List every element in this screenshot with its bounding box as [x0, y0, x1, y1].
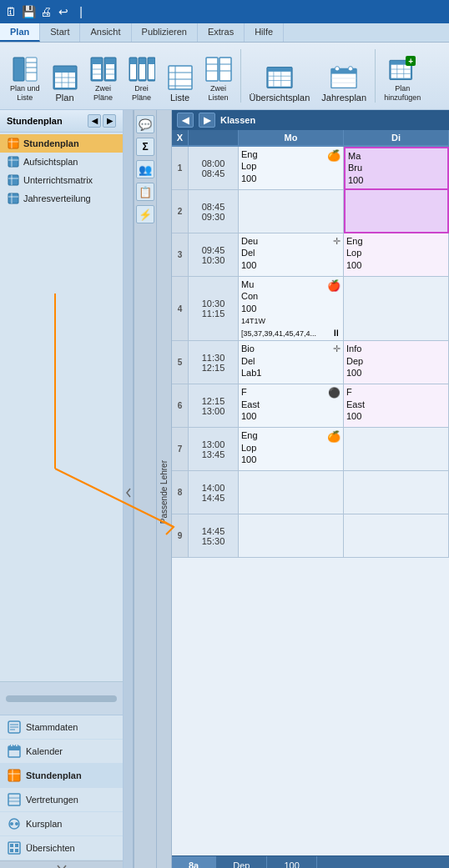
vertical-panel-label: Passende Lehrer [159, 460, 169, 524]
zwei-plaene-icon [90, 56, 117, 83]
kursplan-label: Kursplan [26, 819, 62, 829]
period-cell-1-mo[interactable]: EngLop100 🍊 [239, 147, 344, 190]
col-header-mo: Mo [239, 130, 344, 146]
sidebar-bottom-stammdaten[interactable]: Stammdaten [0, 715, 123, 740]
period-cell-4-di[interactable] [344, 277, 449, 341]
period-cell-3-mo[interactable]: DeuDel100 ✛ [239, 233, 344, 277]
btn-drei-plaene-label: DreiPläne [132, 84, 151, 103]
sidebar-scrollbar[interactable] [0, 681, 123, 715]
ribbon-sep2 [375, 49, 376, 103]
btn-plan-liste[interactable]: Plan undListe [5, 53, 45, 106]
lesson-6-mo-icon: ⚫ [328, 387, 341, 399]
svg-rect-85 [15, 844, 18, 847]
sidebar-bottom-stundenplan[interactable]: Stundenplan [0, 764, 123, 788]
period-cell-1-di[interactable]: MaBru100 [344, 147, 449, 190]
period-cell-9-di[interactable] [344, 514, 449, 558]
right-icon-sigma[interactable]: Σ [136, 138, 154, 156]
quick-access-icon3[interactable]: ↩ [56, 4, 71, 19]
period-cell-7-di[interactable] [344, 428, 449, 471]
tab-hilfe[interactable]: Hilfe [245, 23, 284, 42]
period-cell-5-mo[interactable]: BioDelLab1 ✛ [239, 341, 344, 384]
period-time-4: 10:30 11:15 [189, 277, 239, 341]
btn-plan[interactable]: Plan [47, 61, 83, 106]
periods-container: 1 08:00 08:45 EngLop100 🍊 MaBru100 [172, 147, 449, 855]
period-time-6: 12:15 13:00 [189, 384, 239, 428]
period-time-8: 14:00 14:45 [189, 471, 239, 514]
tab-ansicht[interactable]: Ansicht [80, 23, 131, 42]
tab-publizieren[interactable]: Publizieren [132, 23, 198, 42]
btn-liste[interactable]: Liste [162, 61, 199, 106]
lesson-4-mo: MuCon10014T1W [35,37,39,41,45,47,4... [241, 278, 341, 339]
sidebar-bottom-arrow[interactable] [0, 860, 123, 868]
vertical-panel[interactable]: Passende Lehrer [157, 110, 172, 868]
bottom-tab-dep[interactable]: Dep [216, 856, 267, 868]
right-icon-group[interactable]: 👥 [136, 160, 154, 178]
sidebar-item-aufsichtsplan[interactable]: Aufsichtsplan [0, 153, 123, 171]
tab-start[interactable]: Start [40, 23, 80, 42]
period-row-7: 7 13:00 13:45 EngLop100 🍊 [172, 428, 449, 471]
lesson-3-mo: DeuDel100 [241, 235, 341, 271]
btn-uebersichtsplan-label: Übersichtsplan [250, 93, 310, 103]
period-cell-6-di[interactable]: FEast100 [344, 384, 449, 428]
svg-rect-12 [93, 64, 101, 79]
right-icon-chat[interactable]: 💬 [136, 115, 154, 133]
svg-rect-33 [219, 58, 231, 81]
sidebar-item-unterrichtsmatrix[interactable]: Unterrichtsmatrix [0, 171, 123, 189]
bottom-tab-8a[interactable]: 8a [172, 856, 216, 868]
period-cell-7-mo[interactable]: EngLop100 🍊 [239, 428, 344, 471]
plan-add-icon: + [389, 56, 416, 83]
side-panel-toggle[interactable] [124, 110, 134, 868]
period-cell-5-di[interactable]: InfoDep100 [344, 341, 449, 384]
schedule-area: ◀ ▶ Klassen X Mo Di 1 08:00 08:45 [172, 110, 449, 868]
tab-extras[interactable]: Extras [198, 23, 245, 42]
kursplan-icon [7, 816, 22, 831]
period-time-5: 11:30 12:15 [189, 341, 239, 384]
sidebar-next-arrow[interactable]: ▶ [103, 114, 116, 128]
ribbon-sep1 [240, 49, 241, 103]
quick-access-icon1[interactable]: 💾 [21, 4, 36, 19]
btn-uebersichtsplan[interactable]: Übersichtsplan [245, 61, 315, 106]
btn-zwei-plaene[interactable]: ZweiPläne [85, 53, 122, 106]
svg-rect-63 [8, 193, 18, 203]
quick-access-icon2[interactable]: 🖨 [38, 4, 53, 19]
right-icon-copy[interactable]: 📋 [136, 183, 154, 201]
period-row-5: 5 11:30 12:15 BioDelLab1 ✛ InfoDep100 [172, 341, 449, 384]
sidebar-bottom-vertretungen[interactable]: Vertretungen [0, 788, 123, 812]
sidebar-item-stundenplan[interactable]: Stundenplan [0, 134, 123, 153]
period-cell-8-mo[interactable] [239, 471, 344, 514]
tab-plan[interactable]: Plan [0, 23, 40, 42]
period-cell-6-mo[interactable]: FEast100 ⚫ [239, 384, 344, 428]
svg-rect-37 [269, 72, 291, 87]
period-cell-9-mo[interactable] [239, 514, 344, 558]
bottom-tab-100[interactable]: 100 [267, 856, 316, 868]
sidebar-item-jahresverteilung[interactable]: Jahresverteilung [0, 189, 123, 208]
schedule-prev-btn[interactable]: ◀ [177, 113, 194, 128]
sidebar-items: Stundenplan Aufsichtsplan Unterrichtsmat… [0, 133, 123, 681]
period-row-9: 9 14:45 15:30 [172, 514, 449, 558]
lesson-3-di: EngLop100 [346, 235, 446, 271]
svg-rect-71 [8, 746, 20, 750]
lesson-4-mo-icon: 🍎 [327, 279, 341, 292]
period-cell-8-di[interactable] [344, 471, 449, 514]
sidebar-bottom-uebersichten[interactable]: Übersichten [0, 836, 123, 860]
sidebar-bottom-kursplan[interactable]: Kursplan [0, 812, 123, 836]
vertretungen-icon [7, 792, 22, 807]
svg-point-81 [10, 822, 13, 825]
btn-drei-plaene[interactable]: DreiPläne [124, 53, 160, 106]
sidebar-prev-arrow[interactable]: ◀ [88, 114, 101, 128]
btn-jahresplan[interactable]: Jahresplan [316, 61, 371, 106]
period-cell-2-mo[interactable] [239, 190, 344, 233]
period-cell-3-di[interactable]: EngLop100 [344, 233, 449, 277]
period-cell-4-mo[interactable]: MuCon10014T1W [35,37,39,41,45,47,4... 🍎 … [239, 277, 344, 341]
svg-rect-49 [391, 65, 411, 78]
uebersichten-label: Übersichten [26, 843, 75, 853]
schedule-next-btn[interactable]: ▶ [199, 113, 215, 128]
sidebar-bottom-kalender[interactable]: Kalender [0, 740, 123, 764]
period-num-9: 9 [172, 514, 189, 558]
btn-zwei-listen[interactable]: ZweiListen [200, 53, 237, 106]
right-icon-lightning[interactable]: ⚡ [136, 205, 154, 223]
kalender-icon [7, 744, 22, 759]
btn-zwei-plaene-label: ZweiPläne [93, 84, 113, 103]
period-cell-2-di[interactable] [344, 190, 449, 233]
btn-plan-hinzufuegen[interactable]: + Planhinzufügen [379, 53, 426, 106]
